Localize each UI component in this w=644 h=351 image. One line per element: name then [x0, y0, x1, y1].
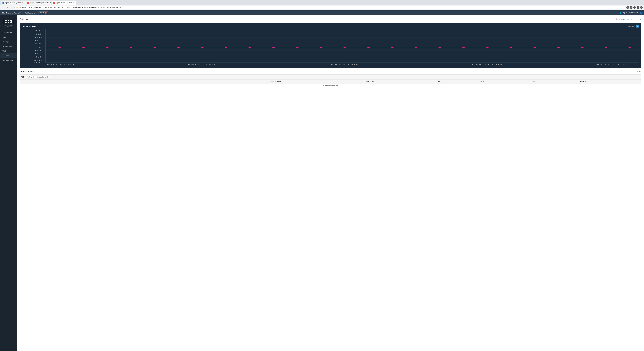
app-header-left: The School of Public Policy Publications… [2, 11, 48, 14]
th-total[interactable]: Total ▼ [578, 80, 641, 84]
svg-point-38 [391, 47, 394, 48]
abstract-views-chart-section: Abstract Views Monthly Da [20, 23, 642, 68]
menu-icon[interactable]: ⋮ [640, 6, 643, 9]
forward-button[interactable]: › [6, 6, 9, 9]
th-pdf: PDF [437, 80, 479, 84]
user-avatar[interactable]: 👤 [640, 12, 642, 14]
svg-point-24 [58, 47, 61, 48]
svg-text:June 17, 2019: June 17, 2019 [596, 63, 626, 65]
tab-close-1[interactable]: ✕ [22, 2, 23, 4]
page-title-row: Articles 📅 2019-05-20 — 2019-06-19 Fi [20, 18, 642, 21]
svg-point-32 [248, 47, 251, 48]
th-file-views: File Views [365, 80, 437, 84]
svg-point-40 [438, 47, 441, 48]
svg-text:0.4: 0.4 [35, 40, 42, 41]
tab-label-1: Open Journal Systems [5, 2, 21, 4]
extension-icon-2[interactable]: A [633, 6, 636, 9]
main-layout: OJS OPEN JOURNAL SYSTEMS Submissions Iss… [0, 15, 644, 351]
extension-icon-3[interactable]: P [637, 6, 639, 9]
sidebar-item-administration[interactable]: Administration [0, 58, 17, 62]
date-range-filter[interactable]: 📅 2019-05-20 — 2019-06-19 [616, 18, 638, 20]
article-details-title: Article Details [20, 70, 34, 73]
filter-label: Fi [640, 18, 642, 20]
svg-point-28 [153, 47, 156, 48]
table-header: Abstract Views File Views PDF HTML Other [20, 80, 642, 84]
filter-icon[interactable]: Fi [640, 18, 642, 20]
toggle-daily[interactable]: Da [636, 25, 639, 27]
th-other: Other [529, 80, 578, 84]
articles-table: Abstract Views File Views PDF HTML Other [20, 79, 642, 88]
svg-point-25 [82, 47, 85, 48]
svg-point-36 [343, 47, 346, 48]
sidebar-item-submissions[interactable]: Submissions [0, 30, 17, 35]
svg-text:1.0: 1.0 [35, 30, 42, 31]
browser-tab-3[interactable]: Open Journal Systems ✕ [52, 1, 76, 5]
svg-point-46 [581, 47, 584, 48]
svg-text:0.8: 0.8 [35, 33, 42, 35]
chevron-down-icon: ▾ [36, 12, 36, 14]
toggle-monthly[interactable]: Monthly [628, 25, 635, 27]
star-icon[interactable]: ☆ [626, 6, 629, 9]
sidebar-item-settings[interactable]: Settings [0, 39, 17, 44]
back-button[interactable]: ‹ [1, 6, 5, 9]
svg-text:-1.0: -1.0 [34, 61, 42, 63]
extension-icon-1[interactable]: E [630, 6, 632, 9]
svg-point-27 [130, 47, 132, 48]
language-icon: 🌐 [620, 12, 622, 14]
view-site-link[interactable]: 👁 View Site [629, 12, 638, 14]
empty-message: No articles were found. [20, 84, 642, 88]
svg-point-35 [320, 47, 322, 48]
sidebar-item-tools[interactable]: Tools [0, 49, 17, 53]
search-input[interactable] [29, 76, 50, 78]
search-box[interactable]: 🔍 [26, 75, 52, 78]
nav-buttons: ‹ › ↻ [1, 6, 13, 9]
lock-icon: 🔒 [16, 7, 18, 8]
tab-favicon-2 [27, 2, 29, 4]
svg-point-44 [533, 47, 536, 48]
new-tab-button[interactable]: + [76, 1, 80, 4]
ojs-logo: OJS OPEN JOURNAL SYSTEMS [0, 17, 17, 29]
chart-svg: 1.0 0.8 0.6 0.4 0.2 0 -0.2 -0.4 -0.6 -0.… [22, 29, 639, 66]
sidebar-item-statistics[interactable]: Statistics [0, 53, 17, 58]
table-row-empty: No articles were found. [20, 84, 642, 88]
tab-close-3[interactable]: ✕ [73, 2, 74, 4]
date-range-label: 2019-05-20 — 2019-06-19 [618, 18, 638, 20]
calendar-icon: 📅 [616, 18, 618, 20]
sidebar: OJS OPEN JOURNAL SYSTEMS Submissions Iss… [0, 15, 17, 351]
svg-point-39 [414, 47, 418, 48]
user-icon: 👤 [640, 12, 642, 14]
svg-text:-0.2: -0.2 [34, 50, 42, 51]
ojs-logo-subtitle: OPEN JOURNAL SYSTEMS [2, 25, 15, 27]
sort-icon: ▼ [584, 81, 586, 82]
search-icon: 🔍 [27, 76, 29, 78]
app-header: The School of Public Policy Publications… [0, 10, 644, 15]
page-title-right: 📅 2019-05-20 — 2019-06-19 Fi [616, 18, 642, 20]
svg-text:-0.8: -0.8 [34, 60, 42, 61]
tasks-button[interactable]: Tasks 8 [38, 11, 48, 14]
content-area: Articles 📅 2019-05-20 — 2019-06-19 Fi Ab… [17, 15, 644, 351]
language-switcher[interactable]: 🌐 English [620, 12, 627, 14]
tab-favicon-3 [53, 2, 55, 4]
svg-point-42 [486, 47, 489, 48]
browser-tab-2[interactable]: Bringing it All Together: Integrati ✕ [25, 1, 52, 5]
journal-name[interactable]: The School of Public Policy Publications… [2, 12, 36, 14]
url-path: https://journalhosting.ucalgary.ca/index… [67, 6, 121, 8]
url-bar[interactable]: 🔒 University of Calgary (Governors of th… [14, 6, 626, 9]
svg-point-31 [224, 47, 228, 48]
table-toolbar: Title 🔍 [20, 74, 642, 79]
browser-tab-1[interactable]: Open Journal Systems ✕ [1, 1, 25, 5]
svg-point-48 [628, 47, 631, 48]
table-body: No articles were found. [20, 84, 642, 88]
sidebar-item-issues[interactable]: Issues [0, 35, 17, 39]
svg-text:-0.6: -0.6 [34, 56, 42, 58]
th-abstract-views: Abstract Views [268, 80, 365, 84]
svg-point-26 [106, 47, 109, 48]
refresh-button[interactable]: ↻ [10, 6, 13, 9]
svg-point-45 [557, 47, 560, 48]
browser-chrome: Open Journal Systems ✕ Bringing it All T… [0, 0, 644, 10]
svg-text:June 10, 2019: June 10, 2019 [472, 63, 502, 65]
tasks-badge: 8 [44, 12, 47, 14]
svg-point-41 [462, 47, 465, 48]
sidebar-item-users-roles[interactable]: Users & Roles [0, 44, 17, 49]
svg-text:June 3, 2019: June 3, 2019 [331, 63, 358, 65]
